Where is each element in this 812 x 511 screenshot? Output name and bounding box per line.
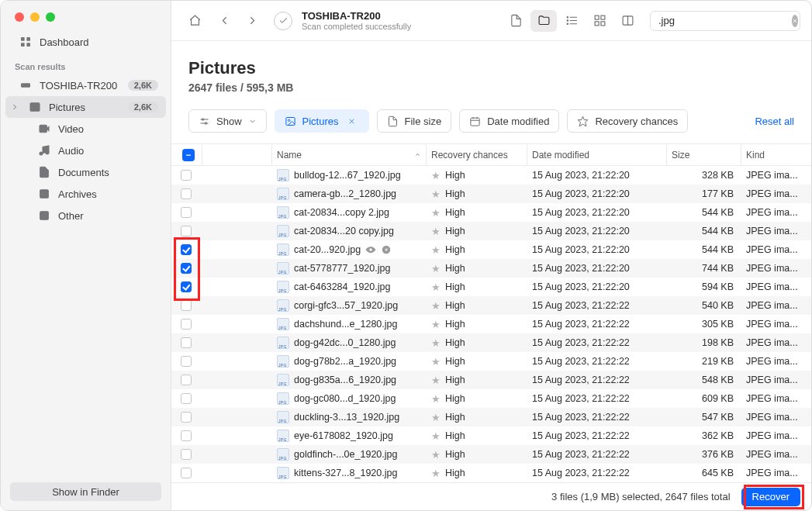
svg-rect-22 (595, 22, 599, 26)
sidebar-item-documents[interactable]: Documents (5, 161, 166, 183)
star-icon: ★ (431, 263, 441, 274)
table-row[interactable]: dog-g835a...6_1920.jpg★High15 Aug 2023, … (171, 371, 811, 389)
search-clear-button[interactable] (792, 15, 798, 27)
filter-recovery-chances[interactable]: Recovery chances (567, 109, 688, 133)
svg-point-9 (40, 152, 43, 155)
row-checkbox[interactable] (181, 226, 192, 237)
minimize-window-button[interactable] (30, 12, 40, 22)
table-row[interactable]: cat-20834...copy 2.jpg★High15 Aug 2023, … (171, 203, 811, 222)
filter-file-size[interactable]: File size (377, 109, 452, 133)
file-type-icon (277, 262, 289, 274)
row-checkbox[interactable] (181, 319, 192, 330)
star-icon: ★ (431, 188, 441, 200)
table-row[interactable]: cat-6463284_1920.jpg★High15 Aug 2023, 21… (171, 278, 811, 296)
home-button[interactable] (182, 10, 207, 32)
row-checkbox[interactable] (181, 188, 192, 199)
svg-rect-23 (600, 22, 604, 26)
table-row[interactable]: camera-gb...2_1280.jpg★High15 Aug 2023, … (171, 185, 811, 203)
row-checkbox[interactable] (181, 170, 192, 181)
filter-date-modified[interactable]: Date modified (459, 109, 559, 133)
sidebar-item-audio[interactable]: Audio (5, 140, 166, 161)
view-list-button[interactable] (558, 10, 585, 32)
show-dropdown[interactable]: Show (188, 109, 267, 133)
file-name: kittens-327...8_1920.jpg (294, 468, 397, 478)
chip-label: Recovery chances (595, 116, 678, 127)
svg-point-17 (567, 17, 568, 18)
table-row[interactable]: eye-6178082_1920.jpg★High15 Aug 2023, 21… (171, 426, 811, 445)
recover-button[interactable]: Recover (741, 488, 800, 506)
table-row[interactable]: cat-20...920.jpg#★High15 Aug 2023, 21:22… (171, 240, 811, 259)
table-row[interactable]: dog-g42dc...0_1280.jpg★High15 Aug 2023, … (171, 333, 811, 352)
table-row[interactable]: bulldog-12...67_1920.jpg★High15 Aug 2023… (171, 166, 811, 185)
row-checkbox[interactable] (181, 393, 192, 404)
row-checkbox[interactable] (181, 430, 192, 441)
date-value: 15 Aug 2023, 21:22:22 (532, 430, 630, 441)
size-value: 376 KB (702, 449, 734, 460)
file-name: dog-g78b2...a_1920.jpg (294, 356, 396, 367)
col-kind[interactable]: Kind (746, 150, 765, 161)
row-checkbox[interactable] (181, 449, 192, 460)
sidebar-item-archives[interactable]: Archives (5, 183, 166, 205)
table-row[interactable]: corgi-gfc3...57_1920.jpg★High15 Aug 2023… (171, 296, 811, 315)
star-icon: ★ (431, 226, 441, 237)
star-icon: ★ (431, 449, 441, 461)
sidebar-item-drive[interactable]: TOSHIBA-TR200 2,6K (5, 74, 166, 96)
remove-filter-button[interactable] (345, 114, 359, 128)
row-checkbox[interactable] (181, 337, 192, 348)
svg-point-6 (33, 105, 35, 107)
sidebar-item-dashboard[interactable]: Dashboard (5, 31, 166, 53)
table-row[interactable]: kittens-327...8_1920.jpg★High15 Aug 2023… (171, 464, 811, 482)
image-icon (285, 116, 296, 127)
table-row[interactable]: goldfinch-...0e_1920.jpg★High15 Aug 2023… (171, 445, 811, 464)
archive-icon (38, 188, 50, 200)
reset-filters-link[interactable]: Reset all (755, 116, 794, 127)
row-checkbox[interactable] (181, 468, 192, 478)
sidebar-item-pictures[interactable]: Pictures2,6K (5, 96, 166, 118)
table-row[interactable]: dog-g78b2...a_1920.jpg★High15 Aug 2023, … (171, 352, 811, 371)
col-recovery[interactable]: Recovery chances (431, 150, 508, 161)
row-checkbox[interactable] (181, 244, 192, 255)
sidebar-item-video[interactable]: Video (5, 118, 166, 140)
table-row[interactable]: dog-gc080...d_1920.jpg★High15 Aug 2023, … (171, 389, 811, 408)
file-name: dog-g835a...6_1920.jpg (294, 375, 396, 385)
audio-icon (38, 144, 50, 157)
search-input[interactable] (658, 15, 789, 26)
view-columns-button[interactable] (614, 10, 641, 32)
close-window-button[interactable] (15, 12, 24, 22)
col-size[interactable]: Size (672, 150, 689, 161)
svg-marker-42 (579, 116, 589, 126)
file-type-icon (277, 430, 289, 442)
select-all-checkbox[interactable] (182, 149, 195, 161)
view-folder-button[interactable] (530, 10, 557, 32)
row-checkbox[interactable] (181, 207, 192, 218)
col-date[interactable]: Date modified (532, 150, 589, 161)
nav-forward-button[interactable] (240, 10, 264, 32)
fullscreen-window-button[interactable] (46, 12, 55, 22)
scan-title: TOSHIBA-TR200 (302, 10, 411, 22)
sidebar-item-other[interactable]: Other (5, 205, 166, 226)
row-checkbox[interactable] (181, 375, 192, 385)
filter-pictures[interactable]: Pictures (275, 109, 369, 133)
svg-rect-1 (26, 37, 30, 41)
row-checkbox[interactable] (181, 412, 192, 423)
table-row[interactable]: duckling-3...13_1920.jpg★High15 Aug 2023… (171, 408, 811, 426)
nav-back-button[interactable] (212, 10, 237, 32)
row-checkbox[interactable] (181, 281, 192, 292)
row-checkbox[interactable] (181, 263, 192, 274)
row-checkbox[interactable] (181, 300, 192, 311)
recovery-value: High (445, 300, 465, 311)
file-type-icon (277, 299, 289, 312)
view-mode-group (503, 10, 641, 32)
table-row[interactable]: cat-5778777_1920.jpg★High15 Aug 2023, 21… (171, 259, 811, 278)
table-row[interactable]: cat-20834...20 copy.jpg★High15 Aug 2023,… (171, 222, 811, 240)
svg-point-18 (567, 20, 568, 21)
filters: Show Pictures File size Date modified Re… (171, 98, 811, 143)
row-checkbox[interactable] (181, 356, 192, 367)
col-name[interactable]: Name (277, 150, 302, 161)
kind-value: JPEG ima... (746, 393, 798, 404)
table-row[interactable]: dachshund...e_1280.jpg★High15 Aug 2023, … (171, 315, 811, 333)
show-in-finder-button[interactable]: Show in Finder (10, 482, 161, 501)
view-grid-button[interactable] (586, 10, 613, 32)
view-file-button[interactable] (503, 10, 529, 32)
search-field[interactable] (650, 11, 800, 31)
